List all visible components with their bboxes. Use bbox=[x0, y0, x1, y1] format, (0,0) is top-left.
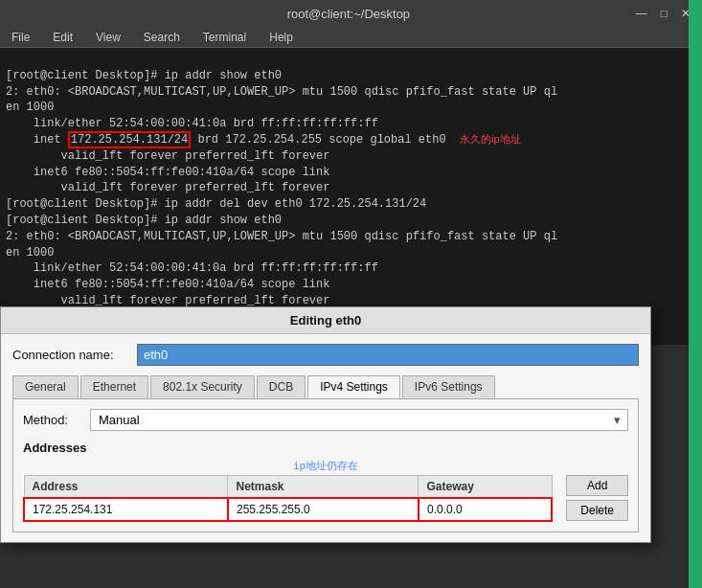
address-table-wrapper: Address Netmask Gateway 172.25.254.131 2… bbox=[23, 475, 553, 522]
title-bar: root@client:~/Desktop — □ ✕ bbox=[0, 0, 702, 27]
terminal-line-5: inet 172.25.254.131/24 brd 172.25.254.25… bbox=[6, 133, 521, 147]
method-select-wrapper: Manual Automatic (DHCP) Disabled Link-Lo… bbox=[90, 409, 628, 431]
tab-ethernet[interactable]: Ethernet bbox=[80, 375, 148, 398]
menu-help[interactable]: Help bbox=[265, 30, 297, 45]
menu-terminal[interactable]: Terminal bbox=[199, 30, 250, 45]
terminal-line-15: valid_lft forever preferred_lft forever bbox=[6, 294, 329, 307]
terminal-line-13: link/ether 52:54:00:00:41:0a brd ff:ff:f… bbox=[6, 261, 378, 275]
cell-gateway: 0.0.0.0 bbox=[419, 498, 552, 521]
method-row: Method: Manual Automatic (DHCP) Disabled… bbox=[23, 409, 628, 431]
cell-address: 172.25.254.131 bbox=[24, 498, 228, 521]
menu-view[interactable]: View bbox=[92, 30, 125, 45]
tab-ipv6[interactable]: IPv6 Settings bbox=[402, 375, 495, 398]
addr-buttons: Add Delete bbox=[566, 475, 628, 521]
nm-editor-dialog: Editing eth0 Connection name: General Et… bbox=[0, 306, 651, 543]
connection-name-row: Connection name: bbox=[12, 344, 639, 366]
terminal-line-6: valid_lft forever preferred_lft forever bbox=[6, 149, 329, 163]
dialog-body: Connection name: General Ethernet 802.1x… bbox=[1, 334, 650, 542]
terminal-line-10: [root@client Desktop]# ip addr show eth0 bbox=[6, 214, 282, 227]
window-controls[interactable]: — □ ✕ bbox=[632, 7, 694, 20]
method-select[interactable]: Manual Automatic (DHCP) Disabled Link-Lo… bbox=[90, 409, 628, 431]
terminal-output: [root@client Desktop]# ip addr show eth0… bbox=[0, 48, 702, 345]
menu-edit[interactable]: Edit bbox=[49, 30, 77, 45]
addresses-label: Addresses bbox=[23, 441, 628, 455]
terminal-line-12: en 1000 bbox=[6, 246, 54, 260]
ip-still-exists-annotation: ip地址仍存在 bbox=[23, 459, 628, 473]
terminal-line-3: en 1000 bbox=[6, 101, 54, 114]
minimize-button[interactable]: — bbox=[632, 7, 651, 20]
ip-address-highlight: 172.25.254.131/24 bbox=[68, 131, 191, 148]
address-table: Address Netmask Gateway 172.25.254.131 2… bbox=[23, 475, 553, 522]
table-row[interactable]: 172.25.254.131 255.255.255.0 0.0.0.0 bbox=[24, 498, 552, 521]
dialog-title: Editing eth0 bbox=[1, 307, 650, 334]
col-header-address: Address bbox=[24, 476, 228, 499]
tab-content-ipv4: Method: Manual Automatic (DHCP) Disabled… bbox=[12, 399, 639, 532]
add-button[interactable]: Add bbox=[566, 475, 628, 496]
menu-search[interactable]: Search bbox=[140, 30, 184, 45]
delete-button[interactable]: Delete bbox=[566, 500, 628, 521]
addresses-section: Addresses ip地址仍存在 Address Netmask Gatewa… bbox=[23, 441, 628, 522]
terminal-line-4: link/ether 52:54:00:00:41:0a brd ff:ff:f… bbox=[6, 117, 378, 130]
right-sidebar-bar bbox=[689, 0, 702, 588]
tab-ipv4[interactable]: IPv4 Settings bbox=[307, 375, 400, 398]
connection-name-label: Connection name: bbox=[12, 348, 127, 362]
menu-bar: File Edit View Search Terminal Help bbox=[0, 27, 702, 48]
col-header-gateway: Gateway bbox=[419, 476, 552, 499]
annotation-permanent-ip: 永久的ip地址 bbox=[460, 133, 521, 145]
window-title: root@client:~/Desktop bbox=[65, 7, 632, 21]
connection-name-input[interactable] bbox=[137, 344, 639, 366]
tab-general[interactable]: General bbox=[12, 375, 79, 398]
terminal-line-7: inet6 fe80::5054:ff:fe00:410a/64 scope l… bbox=[6, 166, 329, 179]
terminal-line-1: [root@client Desktop]# ip addr show eth0 bbox=[6, 69, 282, 82]
terminal-line-2: 2: eth0: <BROADCAST,MULTICAST,UP,LOWER_U… bbox=[6, 85, 557, 99]
maximize-button[interactable]: □ bbox=[657, 7, 671, 20]
col-header-netmask: Netmask bbox=[228, 476, 419, 499]
terminal-line-14: inet6 fe80::5054:ff:fe00:410a/64 scope l… bbox=[6, 278, 329, 291]
cell-netmask: 255.255.255.0 bbox=[228, 498, 419, 521]
tab-dcb[interactable]: DCB bbox=[257, 375, 306, 398]
terminal-line-8: valid_lft forever preferred_lft forever bbox=[6, 181, 329, 194]
addresses-section-row: Address Netmask Gateway 172.25.254.131 2… bbox=[23, 475, 628, 522]
terminal-line-11: 2: eth0: <BROADCAST,MULTICAST,UP,LOWER_U… bbox=[6, 230, 557, 243]
settings-tabs: General Ethernet 802.1x Security DCB IPv… bbox=[12, 375, 639, 399]
menu-file[interactable]: File bbox=[8, 30, 34, 45]
tab-8021x[interactable]: 802.1x Security bbox=[150, 375, 255, 398]
terminal-line-9: [root@client Desktop]# ip addr del dev e… bbox=[6, 197, 426, 211]
method-label: Method: bbox=[23, 413, 80, 427]
